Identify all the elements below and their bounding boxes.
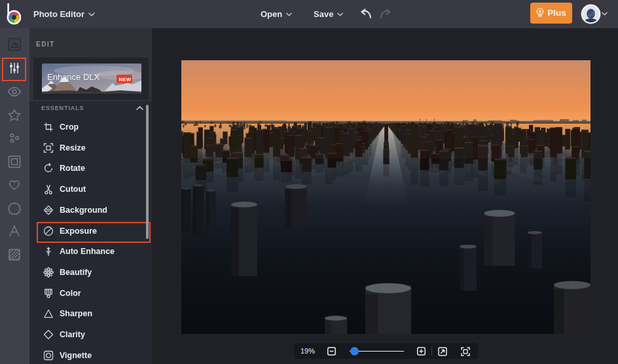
svg-text:NEW: NEW xyxy=(119,76,132,82)
svg-text:Enhance DLX: Enhance DLX xyxy=(47,72,100,82)
